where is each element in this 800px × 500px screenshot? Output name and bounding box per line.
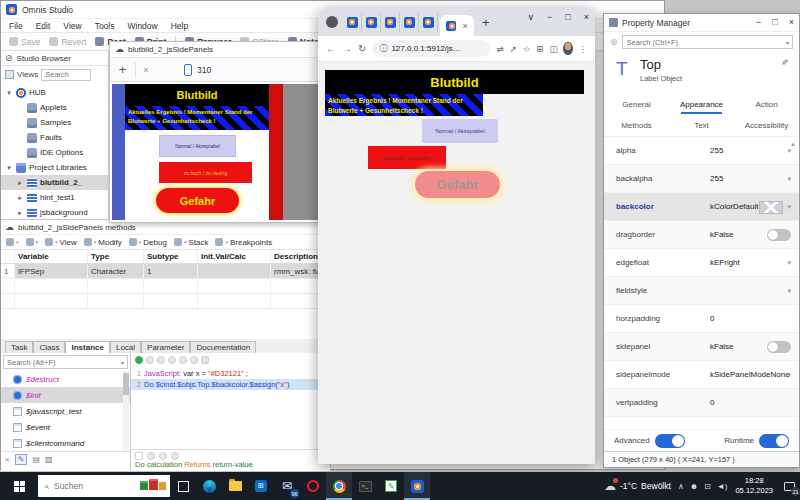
add-tab-button[interactable]: + [110,62,136,77]
bookmark-star-icon[interactable]: ☆ [523,44,531,54]
scrollbar-thumb[interactable] [123,373,129,395]
menu-edit[interactable]: Edit [36,21,51,31]
property-row-sidepanelmode[interactable]: sidepanelmodekSidePanelModeNone▾ [604,361,799,389]
display-tray-icon[interactable]: ⊡ [701,482,714,491]
window-icon[interactable] [135,452,143,460]
property-row-horzpadding[interactable]: horzpadding0 [604,305,799,333]
stack-icon[interactable] [201,356,209,364]
column-type[interactable]: Type [88,250,144,263]
omnis-studio-button[interactable] [404,472,430,500]
code-lines[interactable]: 1JavaScript: var x = "#D32121" ;2Do $cin… [131,366,330,390]
url-text[interactable]: 127.0.0.1:5912/js… [391,44,460,53]
maximize-icon[interactable]: □ [565,12,570,22]
methods-toolbar-debug[interactable]: ▾Debug [129,238,167,247]
minimize-icon[interactable]: − [547,12,552,22]
reload-icon[interactable]: ↻ [358,43,366,54]
form-banner[interactable]: Aktuelles Ergebnis ! Momentaner Stand de… [125,106,269,130]
close-icon[interactable]: × [584,12,589,22]
method-list-scrollbar[interactable] [123,371,129,451]
share-icon[interactable]: ↗ [510,44,517,54]
maximize-icon[interactable]: □ [772,17,777,27]
volume-icon[interactable]: ◄) [714,482,731,491]
taskbar-search-box[interactable]: ⌕ [38,475,170,497]
close-icon[interactable]: × [789,17,794,27]
tab-documentation[interactable]: Documentation [190,341,256,353]
studio-browser-search-input[interactable] [41,69,91,81]
user-tray-icon[interactable]: ☻ [687,482,701,491]
tab-parameter[interactable]: Parameter [141,341,190,353]
menu-tools[interactable]: Tools [95,21,115,31]
design-canvas[interactable]: Blutbild Aktuelles Ergebnis ! Momentaner… [112,84,319,220]
pm-tab-action[interactable]: Action [734,94,799,115]
property-row-edgefloat[interactable]: edgefloatkEFright▾ [604,249,799,277]
tree-item-blutbild-2[interactable]: ▸blutbild_2_ [1,175,108,190]
danger-button[interactable]: Gefahr [156,188,239,213]
site-info-icon[interactable]: ⓘ [379,43,387,54]
hidden-icons-chevron[interactable]: ∧ [675,482,687,491]
dropdown-icon[interactable]: ▾ [787,203,791,211]
tree-item-hint-test1[interactable]: ▸hint_test1 [1,190,108,205]
store-button[interactable]: ⊞ [248,472,274,500]
clock[interactable]: 18:28 05.12.2023 [730,476,778,496]
method-item-init[interactable]: $init [1,387,130,403]
extensions-icon[interactable]: ⊞ [536,44,543,54]
tab-search-icon[interactable] [326,16,338,28]
property-row-dragborder[interactable]: dragborderkFalse [604,221,799,249]
method-item-destruct[interactable]: $destruct [1,371,130,387]
run-icon[interactable] [135,356,143,364]
column-subtype[interactable]: Subtype [144,250,198,263]
runtime-toggle[interactable] [759,434,789,448]
stop-icon[interactable] [190,356,198,364]
pm-tab-text[interactable]: Text [669,115,734,136]
save-button[interactable]: Save [9,37,40,47]
close-tab-icon[interactable]: × [136,65,156,75]
methods-toolbar-breakpoints[interactable]: ▾Breakpoints [215,238,272,247]
chevron-down-icon[interactable]: ▾ [786,39,792,46]
back-icon[interactable]: ← [326,43,336,54]
translate-icon[interactable]: ⇄ [496,44,503,54]
tree-item-jsbackground[interactable]: ▸jsbackground [1,205,108,220]
picture-icon[interactable]: ▨ [45,455,53,464]
property-row-alpha[interactable]: alpha255▾ [604,137,799,165]
clear-search-icon[interactable]: ⊗ [610,37,618,47]
tree-item-samples[interactable]: Samples [1,115,108,130]
pm-titlebar[interactable]: Property Manager − □ × [604,14,799,32]
task-view-button[interactable] [170,472,196,500]
browser-tab[interactable] [381,13,400,32]
form-title[interactable]: Blutbild [177,89,218,101]
methods-toolbar-view[interactable]: ▾View [45,238,77,247]
pm-tab-methods[interactable]: Methods [604,115,669,136]
edit-pencil-icon[interactable]: ✎ [781,58,789,68]
start-button[interactable] [0,472,38,500]
dropdown-icon[interactable]: ▾ [787,287,791,295]
file-explorer-button[interactable] [222,472,248,500]
browser-tab[interactable] [419,13,438,32]
revert-button[interactable]: Revert [49,37,86,47]
dropdown-icon[interactable]: ▾ [787,147,791,155]
tab-local[interactable]: Local [110,341,141,353]
tree-item-ide-options[interactable]: IDE Options [1,145,108,160]
methods-toolbar-modify[interactable]: ▾Modify [84,238,122,247]
toggle-sidepanel[interactable] [767,341,791,353]
step-icon[interactable] [146,356,154,364]
step-out-icon[interactable] [168,356,176,364]
tree-item-faults[interactable]: Faults [1,130,108,145]
terminal-button[interactable]: >_ [352,472,378,500]
column-variable[interactable]: Variable [15,250,88,263]
menu-window[interactable]: Window [127,21,157,31]
left-side-panel[interactable] [112,84,125,220]
warning-button[interactable]: zu hoch / zu niedrig [368,146,446,169]
property-row-fieldstyle[interactable]: fieldstyle▾ [604,277,799,305]
table-row[interactable]: 1iFPSepCharacter1rmm_wsk: functio [1,264,330,279]
form-header[interactable]: Blutbild [125,84,269,106]
warning-button[interactable]: zu hoch / zu niedrig [159,162,252,183]
method-item-event[interactable]: $event [1,419,130,435]
property-row-vertpadding[interactable]: vertpadding0 [604,389,799,417]
tab-instance[interactable]: Instance [65,341,109,353]
menu-help[interactable]: Help [171,21,188,31]
views-label[interactable]: Views [17,70,38,79]
method-item-javascript-test[interactable]: $javascript_test [1,403,130,419]
views-icon[interactable] [5,70,14,79]
side-panel-icon[interactable]: ◫ [549,44,557,54]
tree-item-applets[interactable]: Applets [1,100,108,115]
